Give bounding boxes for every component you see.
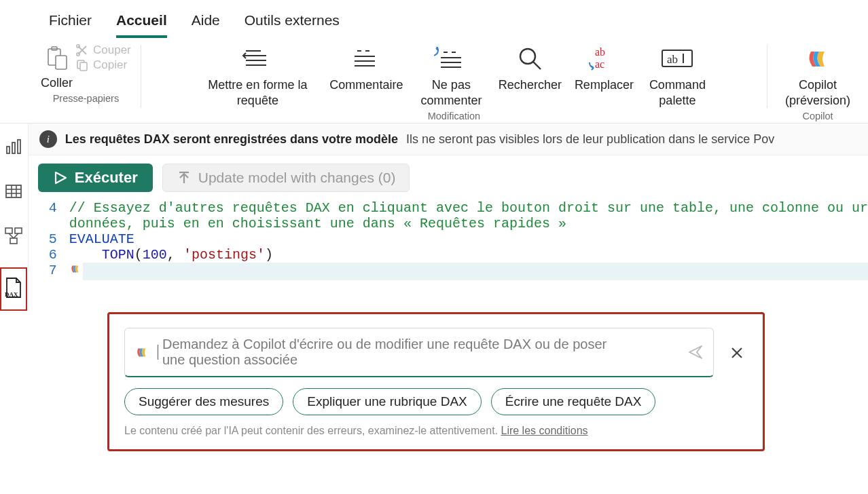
comment-button[interactable]: Commentaire (322, 43, 410, 93)
format-query-button[interactable]: Mettre en forme la requête (193, 43, 322, 108)
chip-suggest-measures[interactable]: Suggérer des mesures (124, 388, 283, 415)
copy-icon (75, 58, 89, 72)
find-label: Rechercher (499, 77, 562, 93)
svg-text:DAX: DAX (5, 291, 18, 298)
line-number: 4 (29, 200, 69, 216)
execute-button[interactable]: Exécuter (38, 164, 153, 192)
svg-marker-28 (56, 172, 66, 183)
update-label: Update model with changes (0) (198, 170, 396, 186)
chip-explain-dax[interactable]: Expliquer une rubrique DAX (293, 388, 482, 415)
update-model-button[interactable]: Update model with changes (0) (162, 164, 410, 192)
copilot-group-label: Copilot (802, 111, 833, 121)
copilot-placeholder: Demandez à Copilot d'écrire ou de modifi… (162, 337, 624, 368)
copilot-suggestion-chips: Suggérer des mesures Expliquer une rubri… (124, 388, 748, 415)
copy-label: Copier (93, 58, 127, 72)
svg-text:ab: ab (595, 46, 605, 58)
info-bar: i Les requêtes DAX seront enregistrées d… (29, 124, 868, 155)
tab-file[interactable]: Fichier (49, 12, 92, 38)
svg-line-8 (533, 62, 541, 69)
svg-text:ab: ab (667, 53, 678, 66)
command-palette-button[interactable]: ab Command palette (640, 43, 715, 108)
tab-home[interactable]: Accueil (116, 12, 167, 38)
uncomment-button[interactable]: Ne pas commenter (410, 43, 492, 108)
svg-line-25 (9, 233, 14, 238)
dax-editor[interactable]: 4 // Essayez d'autres requêtes DAX en cl… (29, 200, 868, 280)
execute-label: Exécuter (75, 169, 138, 187)
svg-rect-23 (15, 228, 22, 233)
code-function: TOPN (102, 247, 134, 263)
format-label: Mettre en forme la requête (196, 77, 319, 108)
close-button[interactable] (726, 346, 748, 360)
ribbon-group-edit: Mettre en forme la requête Commentaire N… (141, 41, 767, 123)
command-palette-icon: ab (659, 43, 695, 73)
tab-help[interactable]: Aide (192, 12, 220, 38)
code-comment: // Essayez d'autres requêtes DAX en cliq… (69, 200, 868, 216)
model-icon (3, 226, 24, 246)
send-icon (687, 344, 704, 360)
svg-rect-24 (10, 238, 17, 244)
content-area: DAX i Les requêtes DAX seront enregistré… (0, 123, 868, 311)
copilot-icon (134, 345, 149, 360)
code-string: 'postings' (183, 247, 265, 263)
svg-text:ac: ac (595, 58, 604, 70)
line-number: 7 (29, 263, 69, 278)
terms-link[interactable]: Lire les conditions (501, 425, 587, 436)
svg-rect-6 (80, 62, 87, 71)
chip-write-dax[interactable]: Écrire une requête DAX (491, 388, 656, 415)
svg-rect-14 (7, 147, 10, 153)
scissors-icon (75, 43, 89, 57)
svg-rect-15 (12, 142, 15, 153)
code-comment: données, puis en en choisissant une dans… (69, 216, 566, 231)
clipboard-group-label: Presse-papiers (53, 93, 120, 104)
table-view-button[interactable] (0, 178, 27, 205)
copilot-inline-panel: Demandez à Copilot d'écrire ou de modifi… (107, 312, 765, 451)
main-panel: i Les requêtes DAX seront enregistrées d… (29, 124, 868, 311)
play-icon (53, 170, 68, 185)
comment-icon (350, 43, 382, 73)
close-icon (730, 346, 744, 360)
cut-button[interactable]: Couper (75, 43, 131, 57)
svg-rect-16 (18, 140, 20, 153)
cut-label: Couper (93, 43, 131, 57)
uncomment-label: Ne pas commenter (413, 77, 489, 108)
info-rest-text: Ils ne seront pas visibles lors de leur … (406, 132, 774, 147)
info-icon: i (39, 130, 57, 148)
ribbon-group-copilot: Copilot (préversion) Copilot (767, 41, 868, 123)
code-number: 100 (143, 247, 167, 263)
svg-rect-2 (56, 56, 67, 69)
upload-icon (177, 170, 192, 185)
send-button[interactable] (687, 344, 704, 360)
code-keyword: EVALUATE (69, 231, 134, 247)
replace-icon: abac (588, 43, 619, 73)
copilot-label: Copilot (préversion) (780, 77, 856, 108)
copilot-prompt-input[interactable]: Demandez à Copilot d'écrire ou de modifi… (124, 328, 714, 377)
find-button[interactable]: Rechercher (492, 43, 568, 93)
clipboard-icon (42, 43, 72, 73)
palette-label: Command palette (643, 77, 712, 108)
format-icon (242, 43, 273, 73)
copilot-button[interactable]: Copilot (préversion) (777, 43, 858, 108)
replace-label: Remplacer (575, 77, 634, 93)
replace-button[interactable]: abac Remplacer (568, 43, 640, 93)
tab-external-tools[interactable]: Outils externes (245, 12, 340, 38)
comment-label: Commentaire (329, 77, 403, 93)
uncomment-icon (434, 43, 468, 73)
view-siderail: DAX (0, 124, 29, 311)
info-bold-text: Les requêtes DAX seront enregistrées dan… (65, 132, 398, 147)
model-view-button[interactable] (0, 223, 27, 250)
report-view-button[interactable] (0, 133, 27, 160)
dax-query-view-button[interactable]: DAX (0, 267, 27, 311)
dax-file-icon: DAX (3, 277, 24, 301)
bar-chart-icon (4, 137, 23, 156)
copy-button[interactable]: Copier (75, 58, 127, 72)
edit-group-label: Modification (428, 111, 480, 121)
search-icon (516, 43, 543, 73)
copilot-inline-icon (69, 263, 82, 275)
svg-line-26 (14, 233, 18, 238)
paste-button[interactable]: Coller (41, 43, 73, 90)
copilot-disclaimer: Le contenu créé par l'IA peut contenir d… (124, 425, 748, 437)
copilot-icon (804, 43, 831, 73)
ribbon-group-clipboard: Coller Couper Copier Presse-papiers (31, 41, 141, 123)
table-icon (4, 182, 23, 201)
ribbon-tabs: Fichier Accueil Aide Outils externes (0, 0, 868, 38)
